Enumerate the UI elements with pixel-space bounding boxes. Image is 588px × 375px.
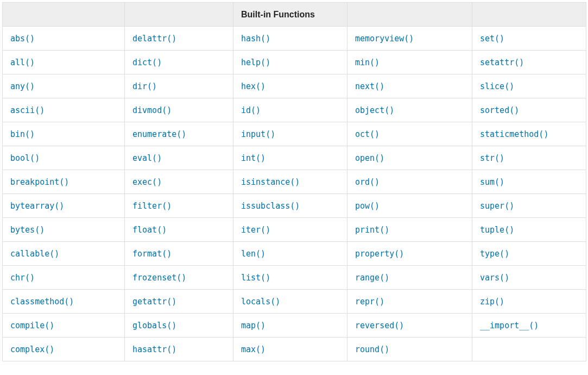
table-cell: zip() — [472, 290, 586, 314]
function-link[interactable]: enumerate() — [132, 129, 186, 139]
function-link[interactable]: memoryview() — [355, 34, 414, 43]
function-link[interactable]: bin() — [10, 129, 35, 139]
table-cell: repr() — [347, 290, 472, 314]
function-link[interactable]: globals() — [132, 321, 176, 330]
table-cell: min() — [347, 51, 472, 74]
function-link[interactable]: staticmethod() — [480, 129, 548, 139]
function-link[interactable]: iter() — [241, 225, 270, 235]
function-link[interactable]: hasattr() — [132, 345, 176, 354]
function-link[interactable]: breakpoint() — [10, 177, 69, 187]
function-link[interactable]: max() — [241, 345, 265, 354]
function-link[interactable]: all() — [10, 58, 35, 67]
function-link[interactable]: ascii() — [10, 105, 45, 115]
table-cell: type() — [472, 242, 586, 266]
table-cell: round() — [347, 338, 472, 361]
function-link[interactable]: any() — [10, 82, 35, 91]
function-link[interactable]: type() — [480, 249, 509, 259]
function-link[interactable]: str() — [480, 153, 504, 163]
function-link[interactable]: help() — [241, 58, 270, 67]
table-cell: list() — [233, 266, 347, 290]
table-cell: hex() — [233, 74, 347, 98]
function-link[interactable]: vars() — [480, 273, 509, 283]
function-link[interactable]: abs() — [10, 34, 35, 43]
function-link[interactable]: classmethod() — [10, 297, 74, 307]
function-link[interactable]: chr() — [10, 273, 35, 283]
function-link[interactable]: int() — [241, 153, 265, 163]
function-link[interactable]: sum() — [480, 177, 504, 187]
table-cell: slice() — [472, 74, 586, 98]
function-link[interactable]: issubclass() — [241, 201, 300, 211]
function-link[interactable]: complex() — [10, 345, 54, 354]
function-link[interactable]: eval() — [132, 153, 162, 163]
table-cell: vars() — [472, 266, 586, 290]
table-cell: getattr() — [125, 290, 233, 314]
table-cell: map() — [233, 314, 347, 338]
table-cell: format() — [125, 242, 233, 266]
function-link[interactable]: oct() — [355, 129, 380, 139]
function-link[interactable]: open() — [355, 153, 384, 163]
function-link[interactable]: filter() — [132, 201, 172, 211]
function-link[interactable]: ord() — [355, 177, 380, 187]
table-cell: next() — [347, 74, 472, 98]
function-link[interactable]: bool() — [10, 153, 40, 163]
table-cell: callable() — [3, 242, 125, 266]
table-cell: memoryview() — [347, 27, 472, 51]
function-link[interactable]: setattr() — [480, 58, 524, 67]
function-link[interactable]: min() — [355, 58, 380, 67]
function-link[interactable]: property() — [355, 249, 404, 259]
function-link[interactable]: callable() — [10, 249, 59, 259]
function-link[interactable]: list() — [241, 273, 270, 283]
table-row: ascii()divmod()id()object()sorted() — [3, 98, 586, 122]
table-cell: exec() — [125, 170, 233, 194]
table-cell: classmethod() — [3, 290, 125, 314]
function-link[interactable]: locals() — [241, 297, 280, 307]
function-link[interactable]: exec() — [132, 177, 162, 187]
function-link[interactable]: frozenset() — [132, 273, 186, 283]
function-link[interactable]: reversed() — [355, 321, 404, 330]
function-link[interactable]: hash() — [241, 34, 270, 43]
table-cell: globals() — [125, 314, 233, 338]
table-row: breakpoint()exec()isinstance()ord()sum() — [3, 170, 586, 194]
function-link[interactable]: slice() — [480, 82, 514, 91]
table-cell: len() — [233, 242, 347, 266]
function-link[interactable]: dict() — [132, 58, 162, 67]
table-cell: issubclass() — [233, 194, 347, 218]
function-link[interactable]: format() — [132, 249, 172, 259]
table-cell: bytearray() — [3, 194, 125, 218]
table-row: bytes()float()iter()print()tuple() — [3, 218, 586, 242]
function-link[interactable]: bytearray() — [10, 201, 64, 211]
function-link[interactable]: float() — [132, 225, 167, 235]
function-link[interactable]: set() — [480, 34, 504, 43]
table-cell: __import__() — [472, 314, 586, 338]
function-link[interactable]: divmod() — [132, 105, 172, 115]
function-link[interactable]: zip() — [480, 297, 504, 307]
function-link[interactable]: pow() — [355, 201, 380, 211]
function-link[interactable]: len() — [241, 249, 265, 259]
function-link[interactable]: map() — [241, 321, 265, 330]
function-link[interactable]: __import__() — [480, 321, 539, 330]
function-link[interactable]: delattr() — [132, 34, 176, 43]
table-cell: delattr() — [125, 27, 233, 51]
function-link[interactable]: dir() — [132, 82, 157, 91]
function-link[interactable]: isinstance() — [241, 177, 300, 187]
function-link[interactable]: id() — [241, 105, 261, 115]
function-link[interactable]: sorted() — [480, 105, 519, 115]
table-row: all()dict()help()min()setattr() — [3, 51, 586, 74]
table-cell — [472, 338, 586, 361]
table-cell: bin() — [3, 122, 125, 146]
function-link[interactable]: tuple() — [480, 225, 514, 235]
table-cell: complex() — [3, 338, 125, 361]
function-link[interactable]: repr() — [355, 297, 384, 307]
function-link[interactable]: bytes() — [10, 225, 45, 235]
function-link[interactable]: next() — [355, 82, 384, 91]
function-link[interactable]: getattr() — [132, 297, 176, 307]
function-link[interactable]: round() — [355, 345, 389, 354]
function-link[interactable]: object() — [355, 105, 394, 115]
function-link[interactable]: hex() — [241, 82, 265, 91]
function-link[interactable]: range() — [355, 273, 389, 283]
function-link[interactable]: super() — [480, 201, 514, 211]
function-link[interactable]: input() — [241, 129, 275, 139]
function-link[interactable]: print() — [355, 225, 389, 235]
function-link[interactable]: compile() — [10, 321, 54, 330]
table-header-col5 — [472, 3, 586, 27]
